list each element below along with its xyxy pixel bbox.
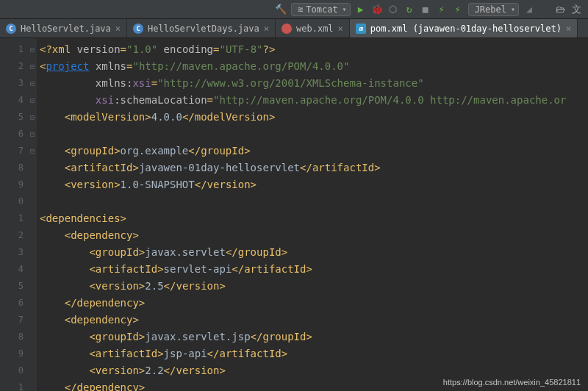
line-number: 0 (0, 362, 24, 379)
line-number: 6 (0, 295, 24, 312)
line-number: 9 (0, 345, 24, 362)
java-class-icon: C (6, 24, 16, 34)
debug-icon[interactable]: 🐞 (371, 4, 383, 15)
code-content[interactable]: <?xml version="1.0" encoding="UTF-8"?><p… (37, 38, 588, 391)
tab-helloservletdays[interactable]: C HelloServletDays.java × (127, 19, 276, 37)
line-number: 2 (0, 227, 24, 244)
line-number: 7 (0, 143, 24, 159)
line-number: 4 (0, 261, 24, 278)
line-number: 7 (0, 312, 24, 329)
line-number: 6 (0, 126, 24, 143)
profiler-icon[interactable]: ↻ (404, 4, 415, 15)
fold-marker[interactable]: ⊟ (28, 109, 37, 126)
fold-column: ⊟ ⊟ ⊟ ⊟ ⊟ ⊟ ⊟ (28, 38, 37, 391)
tab-pomxml[interactable]: m pom.xml (javawen-01day-helloservlet) × (350, 19, 578, 37)
run-config-combo[interactable]: ≋ Tomcat (291, 3, 351, 16)
watermark-text: https://blog.csdn.net/weixin_45821811 (443, 378, 581, 387)
editor-area: 1 2 3 4 5 6 7 8 9 0 1 2 3 4 5 6 7 8 9 0 … (0, 38, 588, 391)
jrebel-combo[interactable]: JRebel (468, 3, 519, 16)
jrebel-label: JRebel (475, 4, 506, 15)
line-number: 1 (0, 210, 24, 227)
tab-label: pom.xml (javawen-01day-helloservlet) (370, 24, 562, 34)
fold-marker[interactable]: ⊟ (28, 75, 37, 92)
tab-label: HelloServletDays.java (148, 24, 259, 34)
coverage-icon[interactable]: ⬡ (387, 4, 399, 15)
run-icon[interactable]: ▶ (355, 4, 367, 15)
tomcat-icon: ≋ (298, 4, 303, 15)
stop-icon[interactable]: ■ (420, 4, 431, 15)
java-class-icon: C (133, 24, 143, 34)
close-icon[interactable]: × (115, 24, 121, 34)
fold-marker[interactable]: ⊟ (28, 58, 37, 75)
line-number: 8 (0, 159, 24, 176)
agent-icon[interactable]: ◢ (523, 4, 535, 15)
close-icon[interactable]: × (338, 24, 343, 34)
tab-webxml[interactable]: web.xml × (276, 19, 350, 37)
editor-tabs: C HelloServlet.java × C HelloServletDays… (0, 19, 588, 38)
translate-icon[interactable]: 文 (570, 4, 582, 15)
close-icon[interactable]: × (566, 24, 571, 34)
fold-marker[interactable]: ⊟ (28, 41, 37, 58)
line-number: 3 (0, 75, 24, 92)
main-toolbar: 🔨 ≋ Tomcat ▶ 🐞 ⬡ ↻ ■ ⚡ ⚡ JRebel ◢ 🗁 文 (0, 0, 588, 19)
fold-marker[interactable]: ⊟ (28, 92, 37, 109)
jrebel-debug-icon[interactable]: ⚡ (452, 4, 464, 15)
close-icon[interactable]: × (264, 24, 269, 34)
line-number: 3 (0, 244, 24, 261)
tab-helloservlet[interactable]: C HelloServlet.java × (0, 19, 127, 37)
hammer-icon[interactable]: 🔨 (275, 4, 287, 15)
line-number: 8 (0, 329, 24, 345)
tab-label: web.xml (296, 24, 334, 34)
maven-icon: m (356, 24, 366, 34)
tab-label: HelloServlet.java (21, 24, 111, 34)
xml-icon (282, 24, 292, 34)
line-number: 0 (0, 193, 24, 210)
line-number: 5 (0, 109, 24, 126)
line-number: 9 (0, 176, 24, 193)
open-icon[interactable]: 🗁 (554, 4, 566, 15)
line-gutter: 1 2 3 4 5 6 7 8 9 0 1 2 3 4 5 6 7 8 9 0 … (0, 38, 28, 391)
line-number: 1 (0, 379, 24, 391)
line-number: 2 (0, 58, 24, 75)
line-number: 5 (0, 278, 24, 295)
line-number: 4 (0, 92, 24, 109)
fold-marker[interactable]: ⊟ (28, 126, 37, 143)
fold-marker[interactable]: ⊟ (28, 143, 37, 159)
jrebel-run-icon[interactable]: ⚡ (436, 4, 448, 15)
run-config-label: Tomcat (306, 4, 337, 15)
line-number: 1 (0, 41, 24, 58)
